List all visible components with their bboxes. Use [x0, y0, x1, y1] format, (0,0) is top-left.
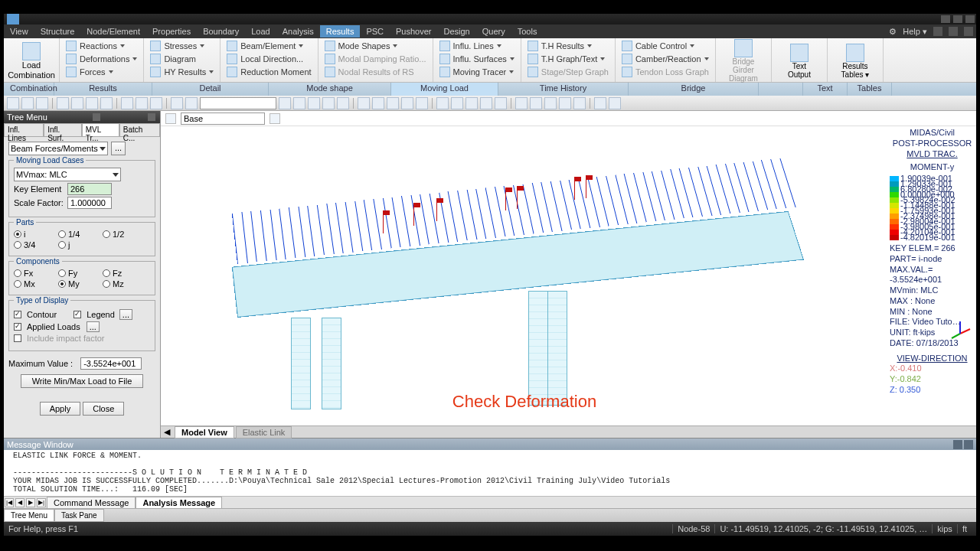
toolbar-button[interactable] [150, 97, 162, 109]
close-icon[interactable] [965, 15, 975, 23]
legend-options-button[interactable]: ... [119, 309, 132, 320]
model-canvas[interactable]: Check Deformation [161, 126, 888, 425]
applied-loads-checkbox[interactable] [14, 323, 21, 331]
tree-tab[interactable]: MVL Tr... [82, 123, 119, 137]
message-close-icon[interactable] [964, 440, 973, 449]
toolbar-button[interactable] [86, 97, 98, 109]
menu-analysis[interactable]: Analysis [276, 25, 320, 37]
status-unit-force[interactable]: kips [932, 524, 957, 533]
ribbon-diagram[interactable]: Diagram [149, 53, 215, 65]
write-minmax-button[interactable]: Write Min/Max Load to File [21, 374, 143, 388]
msg-first-icon[interactable]: |◀ [5, 498, 14, 507]
ribbon-camber-reaction[interactable]: Camber/Reaction [620, 53, 710, 65]
radio-mx[interactable] [14, 280, 21, 288]
ribbon-cable-control[interactable]: Cable Control [620, 40, 710, 52]
ribbon-text-output[interactable]: TextOutput [776, 42, 822, 80]
toolbar-button[interactable] [451, 97, 463, 109]
win-restore-icon[interactable] [949, 27, 958, 36]
ribbon-deformations[interactable]: Deformations [64, 53, 139, 65]
tab-prev-icon[interactable]: ◀ [161, 427, 173, 437]
menu-query[interactable]: Query [476, 25, 511, 37]
msg-last-icon[interactable]: ▶| [37, 498, 46, 507]
contour-checkbox[interactable] [14, 311, 21, 318]
toolbar-button[interactable] [515, 97, 528, 109]
toolbar-button[interactable] [358, 97, 370, 109]
toolbar-button[interactable] [322, 97, 335, 109]
toolbar-button[interactable] [387, 97, 399, 109]
toolbar-button[interactable] [416, 97, 428, 109]
toolbar-button[interactable] [36, 97, 48, 109]
ribbon-forces[interactable]: Forces [64, 66, 139, 78]
ribbon-reactions[interactable]: Reactions [64, 40, 139, 52]
toolbar-button[interactable] [121, 97, 133, 109]
toolbar-button[interactable] [594, 97, 606, 109]
result-type-combo[interactable]: Beam Forces/Moments [8, 142, 108, 155]
ribbon-mode-shapes[interactable]: Mode Shapes [323, 40, 428, 52]
mlc-combo[interactable]: MVmax: MLC [14, 168, 121, 181]
msg-prev-icon[interactable]: ◀ [15, 498, 24, 507]
tree-tab[interactable]: Infl. Surf. [44, 123, 81, 137]
menu-design[interactable]: Design [438, 25, 476, 37]
close-panel-icon[interactable] [148, 113, 155, 121]
menu-structure[interactable]: Structure [34, 25, 81, 37]
view-combo[interactable]: Base [181, 112, 265, 125]
radio-my[interactable] [58, 280, 66, 288]
ribbon-reduction-moment[interactable]: Reduction Moment [225, 66, 312, 78]
settings-icon[interactable]: ⚙ [889, 27, 897, 37]
toolbar-button[interactable] [530, 97, 542, 109]
ribbon-stresses[interactable]: Stresses [149, 40, 215, 52]
msg-next-icon[interactable]: ▶ [26, 498, 35, 507]
tab-command-message[interactable]: Command Message [47, 497, 136, 509]
toolbar-button[interactable] [279, 97, 291, 109]
radio-fz[interactable] [103, 269, 110, 277]
menu-properties[interactable]: Properties [146, 25, 197, 37]
ribbon-influ--surfaces[interactable]: Influ. Surfaces [438, 53, 516, 65]
legend-checkbox[interactable] [74, 311, 81, 318]
tab-model-view[interactable]: Model View [175, 426, 234, 439]
menu-psc[interactable]: PSC [360, 25, 390, 37]
ribbon-beam-element[interactable]: Beam/Element [225, 40, 312, 52]
radio-3/4[interactable] [14, 241, 21, 249]
menu-load[interactable]: Load [245, 25, 276, 37]
menu-nodeelement[interactable]: Node/Element [80, 25, 146, 37]
toolbar-button[interactable] [480, 97, 492, 109]
scale-factor-input[interactable] [67, 197, 112, 209]
win-close-icon[interactable] [964, 27, 973, 36]
toolbar-button[interactable] [559, 97, 571, 109]
toolbar-button[interactable] [7, 97, 19, 109]
tab-tree-menu[interactable]: Tree Menu [4, 509, 54, 522]
ribbon-results-tables[interactable]: ResultsTables ▾ [832, 42, 878, 80]
tab-task-pane[interactable]: Task Pane [54, 509, 104, 522]
pin-icon[interactable] [93, 113, 100, 121]
radio-1/2[interactable] [103, 230, 110, 238]
radio-fy[interactable] [58, 269, 66, 277]
key-element-input[interactable] [67, 183, 112, 195]
ribbon-hy-results[interactable]: HY Results [149, 66, 215, 78]
tree-tab[interactable]: Infl. Lines [4, 123, 44, 137]
toolbar-combo[interactable] [200, 97, 276, 109]
toolbar-button[interactable] [71, 97, 83, 109]
toolbar-button[interactable] [337, 97, 349, 109]
close-button[interactable]: Close [83, 402, 124, 416]
ribbon-local-direction---[interactable]: Local Direction... [225, 53, 312, 65]
toolbar-button[interactable] [185, 97, 198, 109]
tree-tab[interactable]: Batch C... [119, 123, 160, 137]
ribbon-moving-tracer[interactable]: Moving Tracer [438, 66, 516, 78]
view-icon[interactable] [165, 113, 176, 124]
toolbar-button[interactable] [308, 97, 320, 109]
toolbar-button[interactable] [136, 97, 148, 109]
toolbar-button[interactable] [171, 97, 183, 109]
ribbon-t-h-graph-text[interactable]: T.H Graph/Text [526, 53, 610, 65]
tab-elastic-link[interactable]: Elastic Link [236, 426, 292, 439]
toolbar-button[interactable] [466, 97, 478, 109]
applied-options-button[interactable]: ... [87, 321, 100, 332]
menu-view[interactable]: View [4, 25, 34, 37]
toolbar-button[interactable] [609, 97, 621, 109]
toolbar-button[interactable] [293, 97, 305, 109]
toolbar-button[interactable] [372, 97, 384, 109]
message-pin-icon[interactable] [953, 440, 962, 449]
radio-mz[interactable] [103, 280, 110, 288]
radio-fx[interactable] [14, 269, 21, 277]
maximize-icon[interactable] [953, 15, 962, 23]
toolbar-button[interactable] [57, 97, 69, 109]
